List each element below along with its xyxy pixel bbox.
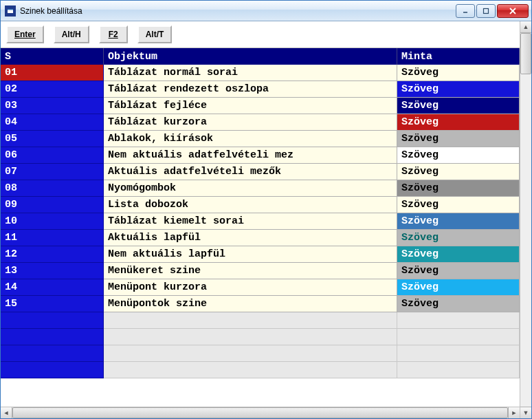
scroll-up-button[interactable]: ▲ bbox=[520, 21, 531, 33]
cell-s[interactable]: 12 bbox=[1, 246, 104, 263]
hscroll-thumb[interactable] bbox=[12, 407, 508, 418]
cell-minta[interactable]: Szöveg bbox=[397, 246, 520, 263]
table-row[interactable]: 05Ablakok, kiírásokSzöveg bbox=[1, 131, 520, 147]
cell-s[interactable]: 08 bbox=[1, 180, 104, 197]
table-row[interactable]: 02Táblázat rendezett oszlopaSzöveg bbox=[1, 81, 520, 98]
cell-s[interactable]: 02 bbox=[1, 81, 104, 98]
cell-objektum[interactable]: Táblázat kiemelt sorai bbox=[104, 213, 397, 230]
cell-objektum[interactable]: Ablakok, kiírások bbox=[104, 131, 397, 147]
table-row[interactable]: 03Táblázat fejléceSzöveg bbox=[1, 98, 520, 114]
cell-s[interactable]: 09 bbox=[1, 197, 104, 213]
cell-minta[interactable]: Szöveg bbox=[397, 263, 520, 279]
vscroll-track[interactable] bbox=[520, 33, 531, 407]
cell-objektum[interactable]: Menüpont kurzora bbox=[104, 279, 397, 296]
toolbar-button-f2[interactable]: F2 bbox=[99, 25, 128, 43]
cell-empty bbox=[104, 329, 397, 345]
minimize-button[interactable] bbox=[456, 4, 475, 18]
cell-s[interactable]: 15 bbox=[1, 296, 104, 312]
cell-objektum[interactable]: Táblázat rendezett oszlopa bbox=[104, 81, 397, 98]
window-title: Szinek beállítása bbox=[20, 6, 456, 16]
maximize-button[interactable] bbox=[476, 4, 496, 18]
table-row[interactable]: 10Táblázat kiemelt soraiSzöveg bbox=[1, 213, 520, 230]
table-row[interactable]: 15Menüpontok szineSzöveg bbox=[1, 296, 520, 312]
titlebar[interactable]: Szinek beállítása bbox=[1, 1, 531, 21]
table-row[interactable]: 09Lista dobozokSzöveg bbox=[1, 197, 520, 213]
cell-objektum[interactable]: Menükeret szine bbox=[104, 263, 397, 279]
cell-empty bbox=[1, 362, 104, 378]
table-row[interactable]: 12Nem aktuális lapfülSzöveg bbox=[1, 246, 520, 263]
cell-objektum[interactable]: Táblázat kurzora bbox=[104, 114, 397, 131]
cell-minta[interactable]: Szöveg bbox=[397, 65, 520, 81]
cell-s[interactable]: 05 bbox=[1, 131, 104, 147]
cell-minta[interactable]: Szöveg bbox=[397, 81, 520, 98]
cell-objektum[interactable]: Aktuális lapfül bbox=[104, 230, 397, 246]
cell-objektum[interactable]: Táblázat normál sorai bbox=[104, 65, 397, 81]
table-row[interactable]: 13Menükeret szineSzöveg bbox=[1, 263, 520, 279]
table-body: 01Táblázat normál soraiSzöveg02Táblázat … bbox=[1, 65, 520, 407]
cell-minta[interactable]: Szöveg bbox=[397, 147, 520, 164]
toolbar-button-alth[interactable]: Alt/H bbox=[54, 25, 89, 43]
scroll-left-button[interactable]: ◄ bbox=[1, 407, 12, 418]
cell-empty bbox=[397, 362, 520, 378]
hscroll-track[interactable] bbox=[12, 407, 508, 418]
cell-minta[interactable]: Szöveg bbox=[397, 180, 520, 197]
cell-objektum[interactable]: Aktuális adatfelvételi mezők bbox=[104, 164, 397, 180]
cell-objektum[interactable]: Nem aktuális adatfelvételi mez bbox=[104, 147, 397, 164]
cell-empty bbox=[397, 345, 520, 362]
table-row[interactable]: 04Táblázat kurzoraSzöveg bbox=[1, 114, 520, 131]
table-row[interactable]: 08NyomógombokSzöveg bbox=[1, 180, 520, 197]
cell-minta[interactable]: Szöveg bbox=[397, 131, 520, 147]
color-table: S Objektum Minta 01Táblázat normál sorai… bbox=[1, 48, 520, 407]
cell-objektum[interactable]: Táblázat fejléce bbox=[104, 98, 397, 114]
cell-minta[interactable]: Szöveg bbox=[397, 114, 520, 131]
cell-s[interactable]: 07 bbox=[1, 164, 104, 180]
svg-rect-1 bbox=[8, 9, 13, 10]
cell-s[interactable]: 13 bbox=[1, 263, 104, 279]
header-minta[interactable]: Minta bbox=[397, 48, 520, 65]
cell-empty bbox=[1, 345, 104, 362]
cell-s[interactable]: 06 bbox=[1, 147, 104, 164]
horizontal-scrollbar[interactable]: ◄ ► bbox=[1, 407, 520, 418]
cell-objektum[interactable]: Lista dobozok bbox=[104, 197, 397, 213]
table-row[interactable]: 06Nem aktuális adatfelvételi mezSzöveg bbox=[1, 147, 520, 164]
cell-minta[interactable]: Szöveg bbox=[397, 197, 520, 213]
maximize-icon bbox=[483, 8, 489, 14]
table-row[interactable]: 11Aktuális lapfülSzöveg bbox=[1, 230, 520, 246]
scroll-down-button[interactable]: ▼ bbox=[520, 407, 531, 418]
cell-s[interactable]: 11 bbox=[1, 230, 104, 246]
cell-minta[interactable]: Szöveg bbox=[397, 164, 520, 180]
cell-objektum[interactable]: Menüpontok szine bbox=[104, 296, 397, 312]
cell-minta[interactable]: Szöveg bbox=[397, 230, 520, 246]
table-row-empty bbox=[1, 362, 520, 378]
scroll-right-button[interactable]: ► bbox=[508, 407, 520, 418]
table-row[interactable]: 14Menüpont kurzoraSzöveg bbox=[1, 279, 520, 296]
table-row-empty bbox=[1, 329, 520, 345]
cell-minta[interactable]: Szöveg bbox=[397, 213, 520, 230]
close-button[interactable] bbox=[497, 4, 529, 18]
minimize-icon bbox=[462, 8, 469, 14]
table-row[interactable]: 07Aktuális adatfelvételi mezőkSzöveg bbox=[1, 164, 520, 180]
cell-objektum[interactable]: Nyomógombok bbox=[104, 180, 397, 197]
cell-s[interactable]: 04 bbox=[1, 114, 104, 131]
window-controls bbox=[456, 4, 529, 18]
cell-minta[interactable]: Szöveg bbox=[397, 98, 520, 114]
cell-empty bbox=[397, 329, 520, 345]
cell-s[interactable]: 01 bbox=[1, 65, 104, 81]
cell-s[interactable]: 14 bbox=[1, 279, 104, 296]
header-objektum[interactable]: Objektum bbox=[104, 48, 397, 65]
table-header: S Objektum Minta bbox=[1, 48, 520, 65]
toolbar: EnterAlt/HF2Alt/T bbox=[1, 21, 520, 48]
vscroll-thumb[interactable] bbox=[520, 33, 531, 74]
cell-empty bbox=[104, 362, 397, 378]
vertical-scrollbar[interactable]: ▲ ▼ bbox=[520, 21, 531, 418]
cell-s[interactable]: 10 bbox=[1, 213, 104, 230]
toolbar-button-enter[interactable]: Enter bbox=[6, 25, 44, 43]
cell-objektum[interactable]: Nem aktuális lapfül bbox=[104, 246, 397, 263]
cell-s[interactable]: 03 bbox=[1, 98, 104, 114]
table-row[interactable]: 01Táblázat normál soraiSzöveg bbox=[1, 65, 520, 81]
cell-minta[interactable]: Szöveg bbox=[397, 279, 520, 296]
header-s[interactable]: S bbox=[1, 48, 104, 65]
cell-minta[interactable]: Szöveg bbox=[397, 296, 520, 312]
toolbar-button-altt[interactable]: Alt/T bbox=[137, 25, 173, 43]
color-settings-window: Szinek beállítása EnterAlt/HF2Alt/T S Ob… bbox=[0, 0, 532, 419]
